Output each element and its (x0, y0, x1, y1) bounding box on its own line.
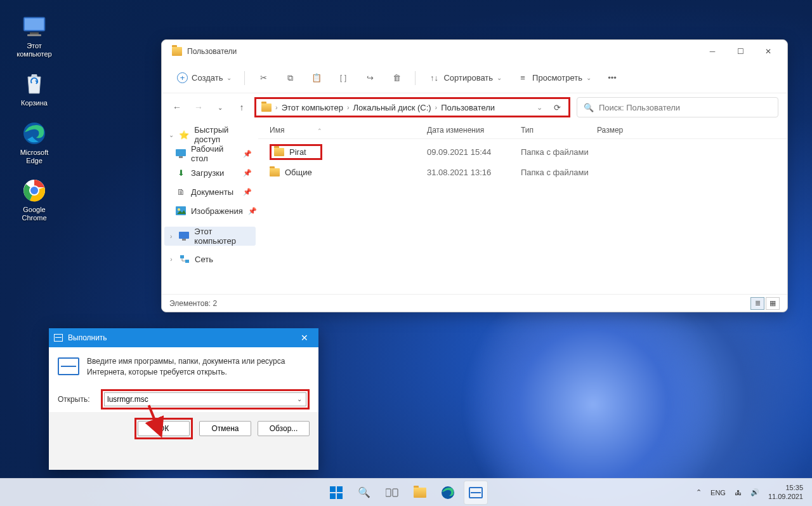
chevron-down-icon: ⌄ (226, 74, 232, 81)
sidebar-documents[interactable]: 🗎 Документы 📌 (164, 182, 256, 201)
chevron-down-icon: ⌄ (168, 131, 174, 138)
sidebar-network[interactable]: › Сеть (164, 250, 256, 269)
folder-icon (274, 148, 284, 156)
run-icon (54, 334, 63, 342)
desktop-icon-chrome[interactable]: GoogleChrome (9, 178, 60, 222)
titlebar[interactable]: Пользователи ─ ☐ ✕ (162, 40, 787, 63)
ok-button[interactable]: ОК (138, 421, 190, 436)
desktop-icon-recycle-bin[interactable]: Корзина (9, 71, 60, 107)
breadcrumb-item[interactable]: Локальный диск (C:) (353, 103, 431, 112)
network-icon[interactable]: 🖧 (735, 489, 742, 496)
volume-icon[interactable]: 🔊 (750, 488, 759, 496)
desktop-icon-edge[interactable]: MicrosoftEdge (9, 121, 60, 165)
taskbar-explorer[interactable] (408, 481, 432, 505)
search-input[interactable] (599, 103, 771, 112)
recycle-icon (22, 71, 47, 97)
taskbar-run[interactable] (464, 481, 488, 505)
address-bar[interactable]: › Этот компьютер › Локальный диск (C:) ›… (254, 97, 570, 117)
svg-rect-2 (30, 32, 39, 34)
sidebar-downloads[interactable]: ⬇ Загрузки 📌 (164, 163, 256, 182)
svg-rect-8 (176, 149, 186, 156)
close-button[interactable]: ✕ (296, 333, 313, 343)
breadcrumb-dropdown[interactable]: ⌄ (533, 103, 546, 112)
up-button[interactable]: ↑ (235, 102, 248, 112)
run-title: Выполнить (68, 333, 296, 342)
cancel-button[interactable]: Отмена (199, 421, 251, 436)
icons-view-button[interactable]: ▦ (766, 297, 780, 310)
minimize-button[interactable]: ─ (698, 42, 726, 61)
details-view-button[interactable]: ≣ (750, 297, 764, 310)
column-headers[interactable]: Имя⌃ Дата изменения Тип Размер (258, 121, 787, 139)
clock[interactable]: 15:35 11.09.2021 (768, 484, 803, 500)
run-icon (58, 357, 79, 375)
svg-rect-14 (180, 255, 184, 258)
status-bar: Элементов: 2 ≣ ▦ (162, 294, 787, 312)
chevron-right-icon: › (168, 233, 174, 240)
open-label: Открыть: (58, 395, 96, 404)
pin-icon: 📌 (243, 150, 252, 158)
sidebar-this-pc[interactable]: › Этот компьютер (164, 227, 256, 246)
new-button[interactable]: + Создать ⌄ (171, 68, 238, 88)
svg-rect-19 (337, 493, 343, 499)
search-box[interactable]: 🔍 (577, 97, 778, 117)
delete-button[interactable]: 🗑 (384, 68, 409, 88)
share-icon: ↪ (364, 72, 376, 84)
refresh-button[interactable]: ⟳ (550, 103, 565, 112)
taskbar-edge[interactable] (436, 481, 460, 505)
maximize-button[interactable]: ☐ (726, 42, 754, 61)
trash-icon: 🗑 (391, 72, 402, 84)
copy-icon: ⧉ (284, 72, 296, 84)
back-button[interactable]: ← (171, 102, 183, 112)
svg-rect-18 (330, 493, 336, 499)
star-icon: ⭐ (179, 130, 189, 140)
sidebar: ⌄ ⭐ Быстрый доступ Рабочий стол 📌 ⬇ Загр… (162, 121, 258, 294)
more-button[interactable]: ••• (600, 68, 624, 88)
copy-button[interactable]: ⧉ (278, 68, 302, 88)
dropdown-button[interactable]: ⌄ (296, 396, 303, 403)
folder-icon (172, 47, 182, 56)
desktop-icon-label: MicrosoftEdge (20, 149, 49, 165)
view-icon: ≡ (517, 72, 528, 84)
file-name: Pirat (289, 147, 306, 157)
breadcrumb-item[interactable]: Этот компьютер (282, 103, 343, 112)
forward-button[interactable]: → (192, 102, 205, 112)
pin-icon: 📌 (243, 188, 252, 196)
chevron-down-icon: ⌄ (497, 74, 502, 81)
run-titlebar[interactable]: Выполнить ✕ (49, 328, 318, 347)
file-row[interactable]: Общие 31.08.2021 13:16 Папка с файлами (258, 162, 787, 182)
desktop-icon-this-pc[interactable]: Этоткомпьютер (9, 14, 60, 58)
search-icon: 🔍 (584, 103, 594, 112)
sort-button[interactable]: ↑↓ Сортировать ⌄ (422, 68, 508, 88)
recent-button[interactable]: ⌄ (214, 104, 226, 111)
rename-button[interactable]: ［］ (331, 68, 355, 88)
more-icon: ••• (606, 72, 618, 84)
start-button[interactable] (324, 481, 348, 505)
svg-point-7 (30, 187, 38, 194)
documents-icon: 🗎 (176, 187, 186, 197)
window-title: Пользователи (187, 47, 237, 56)
sidebar-quick-access[interactable]: ⌄ ⭐ Быстрый доступ (164, 125, 256, 144)
language-indicator[interactable]: ENG (710, 489, 726, 496)
desktop-icon-label: Корзина (21, 99, 48, 107)
chevron-right-icon: › (168, 256, 174, 263)
cut-button[interactable]: ✂ (251, 68, 275, 88)
share-button[interactable]: ↪ (358, 68, 382, 88)
plus-icon: + (177, 72, 188, 83)
close-button[interactable]: ✕ (754, 42, 782, 61)
run-input[interactable] (107, 395, 296, 404)
paste-button[interactable]: 📋 (304, 68, 329, 88)
breadcrumb-item[interactable]: Пользователи (441, 103, 495, 112)
file-row[interactable]: Pirat 09.09.2021 15:44 Папка с файлами (258, 142, 787, 162)
browse-button[interactable]: Обзор... (258, 421, 310, 436)
sort-icon: ↑↓ (428, 72, 440, 84)
tray-chevron-icon[interactable]: ⌃ (696, 488, 702, 496)
sidebar-desktop[interactable]: Рабочий стол 📌 (164, 144, 256, 163)
view-button[interactable]: ≡ Просмотреть ⌄ (511, 68, 598, 88)
search-button[interactable]: 🔍 (352, 481, 376, 505)
svg-rect-16 (330, 486, 336, 492)
sidebar-pictures[interactable]: Изображения 📌 (164, 201, 256, 220)
chevron-down-icon: ⌄ (586, 74, 591, 81)
task-view-button[interactable] (380, 481, 404, 505)
download-icon: ⬇ (176, 168, 186, 178)
chevron-right-icon: › (435, 103, 438, 111)
